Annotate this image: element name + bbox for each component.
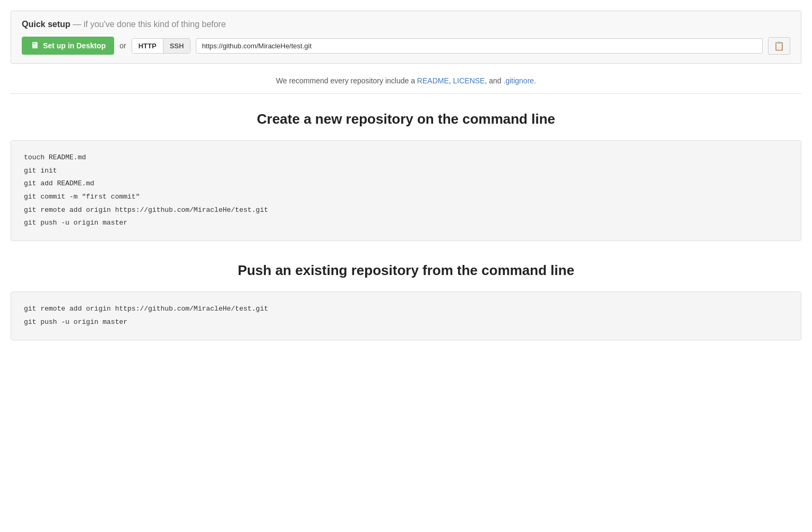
setup-desktop-button[interactable]: 🖥 Set up in Desktop [22, 37, 114, 55]
and-text: and [489, 76, 503, 85]
quick-setup-strong: Quick setup [22, 20, 71, 29]
quick-setup-subtitle: — if you've done this kind of thing befo… [73, 20, 226, 29]
recommend-prefix: We recommend every repository include a [276, 76, 417, 85]
create-section: Create a new repository on the command l… [11, 111, 801, 241]
url-row: 🖥 Set up in Desktop or HTTP SSH 📋 [22, 37, 790, 55]
comma1: , [449, 76, 451, 85]
create-code-block: touch README.md git init git add README.… [11, 140, 801, 241]
quick-setup-title: Quick setup — if you've done this kind o… [22, 20, 790, 29]
setup-desktop-label: Set up in Desktop [43, 41, 106, 50]
clipboard-icon: 📋 [774, 41, 784, 50]
desktop-icon: 🖥 [30, 41, 39, 50]
create-section-title: Create a new repository on the command l… [11, 111, 801, 127]
period: . [534, 76, 536, 85]
repo-url-input[interactable] [196, 38, 763, 54]
or-text: or [119, 41, 126, 50]
protocol-group: HTTP SSH [132, 38, 191, 54]
readme-link[interactable]: README [417, 76, 449, 85]
http-button[interactable]: HTTP [132, 39, 163, 53]
license-link[interactable]: LICENSE [453, 76, 485, 85]
push-code: git remote add origin https://github.com… [24, 303, 788, 329]
gitignore-link[interactable]: .gitignore [504, 76, 534, 85]
quick-setup-box: Quick setup — if you've done this kind o… [11, 11, 801, 64]
push-code-block: git remote add origin https://github.com… [11, 291, 801, 340]
push-section: Push an existing repository from the com… [11, 262, 801, 340]
recommend-text: We recommend every repository include a … [11, 76, 801, 85]
copy-url-button[interactable]: 📋 [768, 37, 790, 55]
create-code: touch README.md git init git add README.… [24, 151, 788, 230]
divider [11, 93, 801, 94]
push-section-title: Push an existing repository from the com… [11, 262, 801, 279]
comma2: , [485, 76, 487, 85]
ssh-button[interactable]: SSH [163, 39, 191, 53]
